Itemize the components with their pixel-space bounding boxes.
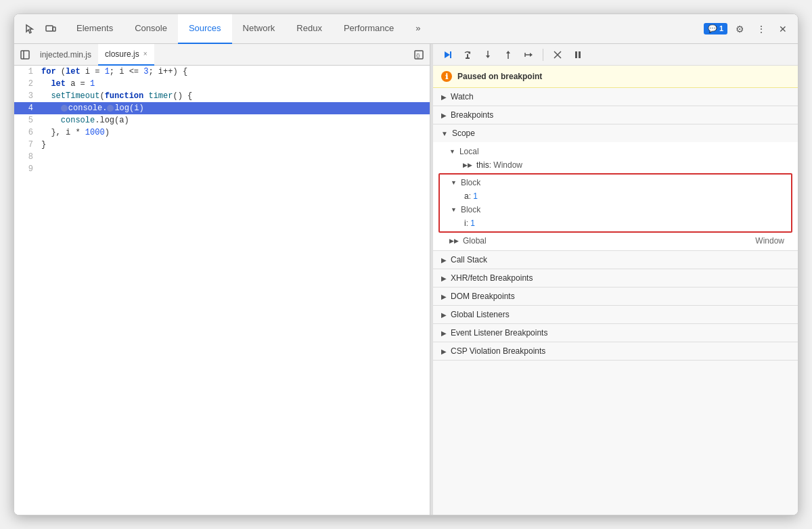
source-tabs: injected.min.js closure.js × {} [14,44,430,66]
section-breakpoints: Breakpoints [433,106,798,124]
breakpoints-triangle [441,112,447,119]
svg-marker-14 [506,51,510,53]
section-csp-violation-breakpoints: CSP Violation Breakpoints [433,342,798,361]
section-xhr-breakpoints: XHR/fetch Breakpoints [433,269,798,288]
block-section-container: Block a : 1 Block [438,173,792,233]
local-header[interactable]: Local [433,145,798,158]
section-call-stack: Call Stack [433,251,798,269]
svg-marker-12 [486,55,490,58]
tab-console[interactable]: Console [124,14,178,44]
tab-more[interactable]: » [405,14,431,44]
sidebar-toggle-icon[interactable] [17,47,33,63]
svg-marker-16 [530,53,533,57]
file-tab-injected[interactable]: injected.min.js [33,44,98,66]
tab-elements[interactable]: Elements [66,14,124,44]
tab-performance[interactable]: Performance [333,14,405,44]
step-over-button[interactable] [459,46,476,64]
debugger-panel: ℹ Paused on breakpoint Watch Breakpoints [433,44,798,515]
debug-toolbar [433,44,798,66]
cursor-icon[interactable] [20,20,39,39]
xhr-triangle [441,275,447,282]
tab-bar: Elements Console Sources Network Redux P… [14,14,798,44]
event-listener-breakpoints-header[interactable]: Event Listener Breakpoints [433,324,798,342]
tab-redux[interactable]: Redux [286,14,333,44]
this-triangle: ▶ [463,162,472,168]
device-toggle-icon[interactable] [41,20,60,39]
deactivate-breakpoints-button[interactable] [549,46,566,64]
svg-rect-19 [579,51,581,58]
code-line-6: 6 }, i * 1000) [14,127,430,139]
svg-rect-1 [53,27,55,31]
tab-bar-right: 💬 1 ⚙ ⋮ ✕ [704,20,792,39]
breakpoints-header[interactable]: Breakpoints [433,106,798,124]
code-line-8: 8 [14,151,430,163]
tab-network[interactable]: Network [232,14,286,44]
section-dom-breakpoints: DOM Breakpoints [433,288,798,306]
call-stack-triangle [441,256,447,264]
info-icon: ℹ [441,71,452,82]
section-watch: Watch [433,88,798,106]
devtools-window: Elements Console Sources Network Redux P… [14,14,798,515]
file-tab-closure[interactable]: closure.js × [98,44,154,66]
code-line-5: 5 console.log(a) [14,114,430,127]
code-line-9: 9 [14,163,430,175]
code-line-2: 2 let a = 1 [14,78,430,90]
close-button[interactable]: ✕ [773,20,792,39]
csp-violation-triangle [441,348,447,355]
block1-a-item: a : 1 [440,189,791,203]
block2-triangle [451,206,457,213]
format-icon[interactable]: {} [411,47,427,63]
csp-violation-breakpoints-header[interactable]: CSP Violation Breakpoints [433,342,798,360]
watch-header[interactable]: Watch [433,88,798,106]
paused-text: Paused on breakpoint [457,72,542,81]
svg-text:{}: {} [416,52,420,58]
code-editor[interactable]: 1 for (let i = 1; i <= 3; i++) { 2 let a… [14,66,430,515]
dom-triangle [441,293,447,300]
scope-content: Local ▶ this : Window [433,142,798,250]
tab-sources[interactable]: Sources [178,14,232,44]
svg-rect-18 [575,51,577,58]
tab-bar-left [20,20,60,39]
local-triangle [449,148,455,155]
this-item[interactable]: ▶ this : Window [433,158,798,172]
section-global-listeners: Global Listeners [433,306,798,324]
svg-rect-2 [21,51,29,59]
svg-marker-6 [445,51,450,58]
paused-banner: ℹ Paused on breakpoint [433,66,798,88]
global-listeners-triangle [441,311,447,319]
xhr-breakpoints-header[interactable]: XHR/fetch Breakpoints [433,269,798,287]
section-event-listener-breakpoints: Event Listener Breakpoints [433,324,798,342]
call-stack-header[interactable]: Call Stack [433,251,798,269]
code-line-7: 7 } [14,139,430,151]
scope-triangle [441,130,448,137]
code-line-4: 4 console.log(i) [14,102,430,114]
block2-header[interactable]: Block [440,203,791,216]
scope-header[interactable]: Scope [433,124,798,142]
section-scope: Scope Local ▶ this : Window [433,124,798,251]
block1-header[interactable]: Block [440,176,791,189]
step-into-button[interactable] [479,46,497,64]
pause-on-exceptions-button[interactable] [569,46,587,64]
code-line-1: 1 for (let i = 1; i <= 3; i++) { [14,66,430,78]
settings-button[interactable]: ⚙ [730,20,749,39]
global-listeners-header[interactable]: Global Listeners [433,306,798,323]
source-panel: injected.min.js closure.js × {} [14,44,430,515]
event-listener-triangle [441,329,447,337]
block1-triangle [451,179,457,186]
step-button[interactable] [520,46,537,64]
step-out-button[interactable] [499,46,517,64]
code-line-3: 3 setTimeout(function timer() { [14,90,430,102]
debugger-sections[interactable]: Watch Breakpoints Scope [433,88,798,515]
svg-rect-0 [46,26,53,31]
close-tab-icon[interactable]: × [143,50,148,58]
main-content: injected.min.js closure.js × {} [14,44,798,515]
global-row[interactable]: ▶ Global Window [433,234,798,248]
global-triangle: ▶ [449,237,459,244]
dom-breakpoints-header[interactable]: DOM Breakpoints [433,288,798,305]
resume-button[interactable] [438,46,456,64]
tabs: Elements Console Sources Network Redux P… [66,14,704,43]
source-tab-right: {} [411,47,427,63]
more-button[interactable]: ⋮ [752,20,771,39]
debug-separator [543,49,543,61]
chat-icon: 💬 [708,24,717,32]
